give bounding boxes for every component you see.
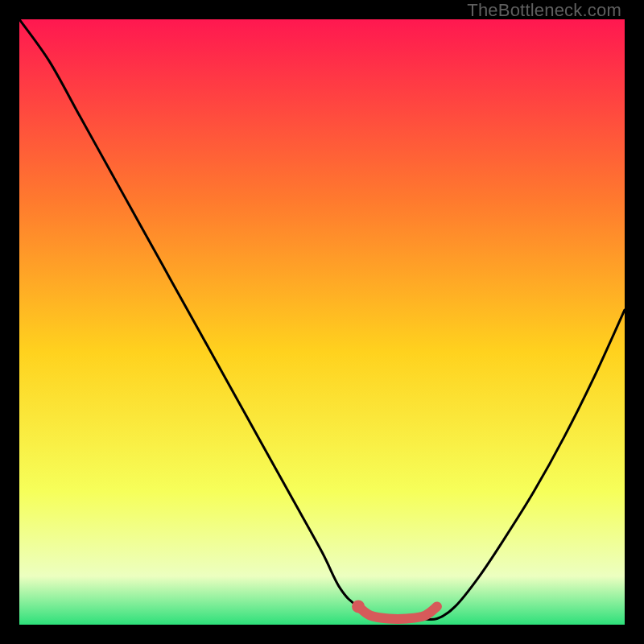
plot-area (19, 19, 625, 625)
optimal-band (358, 606, 437, 619)
optimal-point (352, 600, 365, 613)
watermark: TheBottleneck.com (467, 0, 621, 21)
chart-frame: TheBottleneck.com (0, 0, 644, 644)
bottleneck-curve (19, 19, 625, 620)
chart-svg (19, 19, 625, 625)
